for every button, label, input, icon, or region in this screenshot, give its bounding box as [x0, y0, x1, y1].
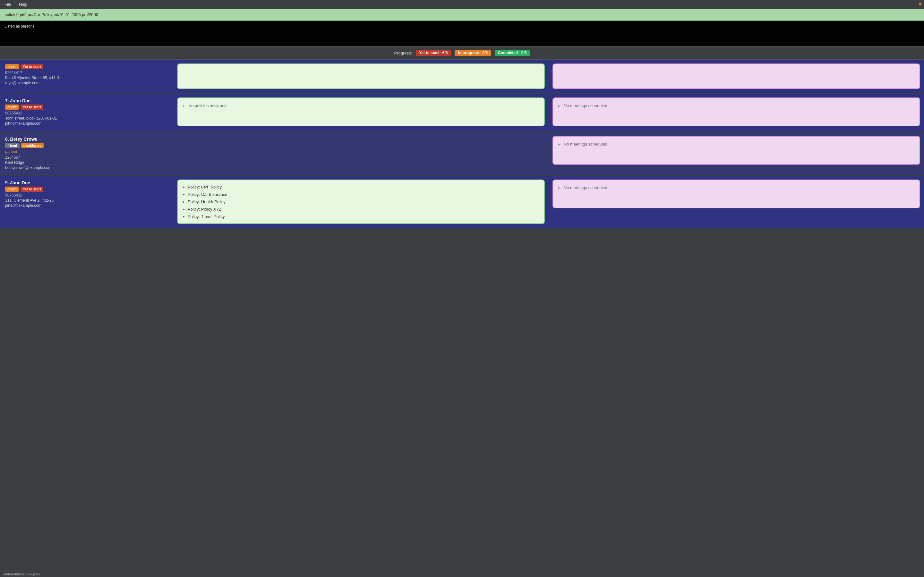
person-email-partial: royb@example.com [5, 81, 168, 85]
policy-arrow-icon: ► [182, 193, 186, 196]
yet-to-start-badge: Yet to start - 6/6 [416, 50, 451, 56]
tag-friend-8: friend [5, 143, 19, 148]
status-indicator [919, 3, 921, 5]
policies-panel-9[interactable]: ►Policy: CPF Policy►Policy: Car Insuranc… [177, 179, 545, 224]
policy-arrow-icon: ► [182, 207, 186, 211]
person-phone-7: 98765432 [5, 111, 168, 115]
policies-col-8 [173, 132, 549, 175]
no-meetings-text-9: No meetings scheduled [564, 185, 607, 190]
person-tags-8: friend oweMoney [5, 143, 168, 148]
person-address-8: Kent Ridge [5, 160, 168, 165]
meetings-panel-partial [552, 63, 920, 89]
tag-client-9: client [5, 187, 19, 192]
no-meetings-7: ► No meetings scheduled [557, 101, 915, 110]
status-text: /data/addressbook.json [3, 572, 40, 576]
policy-label: Policy: Travel Policy [188, 214, 225, 219]
person-phone-9: 98765432 [5, 193, 168, 197]
menu-bar: File Help [0, 0, 924, 9]
policy-label: Policy: Car Insurance [188, 192, 228, 197]
policy-item[interactable]: ►Policy: CPF Policy [182, 183, 540, 191]
no-meetings-text-8: No meetings scheduled [564, 142, 607, 147]
menu-help[interactable]: Help [18, 1, 29, 7]
tag-yet-partial: Yet to start [21, 64, 43, 69]
tag-yet-7: Yet to start [21, 105, 43, 110]
person-info-9: 9. Jane Doe client Yet to start 98765432… [0, 176, 173, 228]
person-row-9: 9. Jane Doe client Yet to start 98765432… [0, 176, 924, 229]
output-area: Listed all persons [0, 21, 924, 47]
policies-panel-7[interactable]: ► No policies assigned [177, 97, 545, 126]
policies-col-partial [173, 60, 549, 93]
policy-item[interactable]: ►Policy: Travel Policy [182, 213, 540, 220]
no-policies-text-7: No policies assigned [188, 103, 226, 108]
status-bar: /data/addressbook.json [0, 571, 924, 577]
policy-label: Policy: CPF Policy [188, 185, 222, 189]
meetings-panel-7[interactable]: ► No meetings scheduled [552, 97, 920, 126]
person-address-9: 311, Clementi Ave 2, #02-25 [5, 198, 168, 203]
meetings-col-8: ► No meetings scheduled [549, 132, 924, 175]
policy-item[interactable]: ►Policy: Car Insurance [182, 191, 540, 198]
meetings-col-9: ► No meetings scheduled [549, 176, 924, 228]
person-phone-partial: 92624417 [5, 71, 168, 75]
policy-item[interactable]: ►Policy: Health Policy [182, 198, 540, 205]
arrow-icon-meetings-9: ► [557, 186, 561, 190]
person-tags-7: client Yet to start [5, 105, 168, 110]
policy-item[interactable]: ►Policy: Policy XYZ [182, 205, 540, 213]
menu-file[interactable]: File [3, 1, 13, 7]
persons-list: client Yet to start 92624417 Blk 45 Alju… [0, 60, 924, 229]
arrow-icon-meetings-8: ► [557, 142, 561, 146]
command-text: policy 9 pi/2 po/Car Policy ed/01-01-202… [5, 12, 98, 17]
no-policies-7: ► No policies assigned [182, 101, 540, 110]
policy-arrow-icon: ► [182, 185, 186, 189]
meetings-panel-9[interactable]: ► No meetings scheduled [552, 179, 920, 208]
completed-badge: Completed - 0/6 [495, 50, 530, 56]
person-number-9: 9. Jane Doe [5, 180, 168, 185]
person-phone-8: 1234567 [5, 155, 168, 160]
person-address-partial: Blk 45 Aljunied Street 85, #11-31 [5, 76, 168, 80]
no-meetings-text-7: No meetings scheduled [564, 103, 607, 108]
progress-label: Progress: [394, 51, 412, 55]
policy-label: Policy: Health Policy [188, 199, 226, 204]
person-email-9: janed@example.com [5, 203, 168, 208]
policies-panel-partial [177, 63, 545, 89]
person-number-7: 7. John Doe [5, 98, 168, 103]
tag-client-partial: client [5, 64, 19, 69]
person-info-8: 8. Betsy Crowe friend oweMoney partner 1… [0, 132, 173, 175]
person-role-8: partner [5, 149, 168, 154]
person-number-8: 8. Betsy Crowe [5, 137, 168, 142]
person-row-8: 8. Betsy Crowe friend oweMoney partner 1… [0, 132, 924, 176]
person-row-partial: client Yet to start 92624417 Blk 45 Alju… [0, 60, 924, 93]
no-meetings-9: ► No meetings scheduled [557, 183, 915, 192]
person-tags-9: client Yet to start [5, 187, 168, 192]
policies-col-7: ► No policies assigned [173, 93, 549, 131]
policy-label: Policy: Policy XYZ [188, 207, 221, 211]
output-text: Listed all persons [5, 24, 34, 29]
meetings-col-7: ► No meetings scheduled [549, 93, 924, 131]
person-address-7: John street, block 123, #01-01 [5, 116, 168, 121]
arrow-icon-7: ► [182, 104, 186, 108]
tag-client-7: client [5, 105, 19, 110]
progress-bar: Progress: Yet to start - 6/6 In progress… [0, 47, 924, 60]
policy-arrow-icon: ► [182, 215, 186, 218]
person-row-7: 7. John Doe client Yet to start 98765432… [0, 93, 924, 132]
no-meetings-8: ► No meetings scheduled [557, 140, 915, 148]
policies-col-9: ►Policy: CPF Policy►Policy: Car Insuranc… [173, 176, 549, 228]
meetings-panel-8[interactable]: ► No meetings scheduled [552, 136, 920, 165]
tag-owemoney-8: oweMoney [21, 143, 44, 148]
person-email-8: betsycrowe@example.com [5, 165, 168, 170]
meetings-col-partial [549, 60, 924, 93]
policy-arrow-icon: ► [182, 200, 186, 203]
arrow-icon-meetings-7: ► [557, 104, 561, 108]
person-info-partial: client Yet to start 92624417 Blk 45 Alju… [0, 60, 173, 93]
in-progress-badge: In progress - 0/6 [455, 50, 491, 56]
person-info-7: 7. John Doe client Yet to start 98765432… [0, 93, 173, 131]
tag-yet-9: Yet to start [21, 187, 43, 192]
person-email-7: johnd@example.com [5, 121, 168, 126]
command-bar: policy 9 pi/2 po/Car Policy ed/01-01-202… [0, 9, 924, 21]
person-tags-partial: client Yet to start [5, 64, 168, 69]
